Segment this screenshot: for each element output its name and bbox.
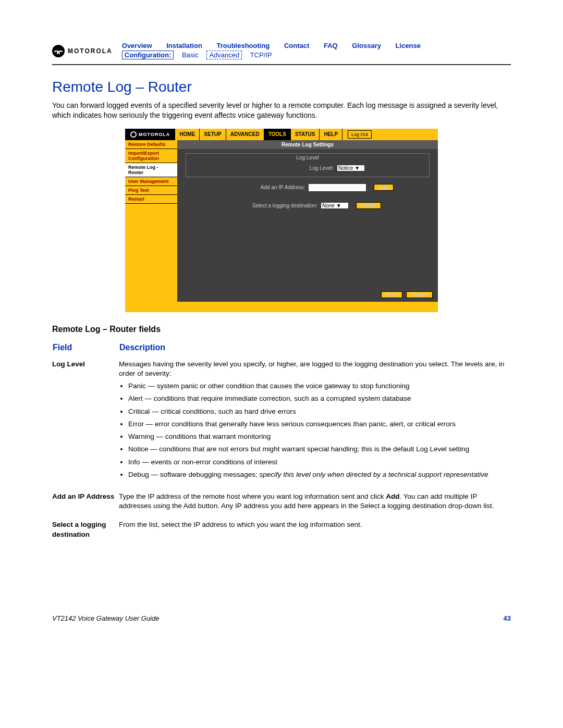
tab-advanced[interactable]: ADVANCED xyxy=(226,129,264,140)
footer-title: VT2142 Voice Gateway User Guide xyxy=(52,614,159,622)
list-item: Alert — conditions that require immediat… xyxy=(128,394,507,403)
divider xyxy=(52,64,511,65)
list-item: Notice — conditions that are not errors … xyxy=(128,445,507,454)
nav-troubleshooting[interactable]: Troubleshooting xyxy=(216,42,270,50)
top-nav: Overview Installation Troubleshooting Co… xyxy=(122,42,511,50)
intro-text: You can forward logged events of a speci… xyxy=(52,101,511,120)
col-desc: Description xyxy=(119,342,511,357)
list-item: Error — error conditions that generally … xyxy=(128,419,507,429)
ss-section-title: Remote Log Settings xyxy=(177,140,438,149)
dest-select[interactable]: None ▼ xyxy=(321,202,349,209)
tab-home[interactable]: HOME xyxy=(175,129,200,140)
logo: MOTOROLA xyxy=(52,45,113,57)
row-dest-label: Select a logging destination xyxy=(52,518,119,546)
subnav-tcpip[interactable]: TCP/IP xyxy=(250,51,272,59)
router-screenshot: MOTOROLA HOME SETUP ADVANCED TOOLS STATU… xyxy=(125,129,438,312)
row-addip-label: Add an IP Address xyxy=(52,490,119,518)
ss-brand: MOTOROLA xyxy=(125,129,175,140)
row-addip-desc: Type the IP address of the remote host w… xyxy=(119,490,511,518)
row-loglevel-label: Log Level xyxy=(52,357,119,490)
table-row: Add an IP Address Type the IP address of… xyxy=(52,490,511,518)
ip-input[interactable] xyxy=(308,183,366,192)
sidebar-item-remotelog[interactable]: Remote Log - Router xyxy=(125,163,177,177)
col-field: Field xyxy=(52,342,119,357)
list-item: Critical — critical conditions, such as … xyxy=(128,407,507,416)
add-button[interactable]: Add xyxy=(374,184,393,191)
subnav-basic[interactable]: Basic xyxy=(182,51,199,59)
sidebar-item-usermgmt[interactable]: User Management xyxy=(125,177,177,186)
list-item: Debug — software debugging messages; spe… xyxy=(128,470,507,479)
nav-faq[interactable]: FAQ xyxy=(324,42,338,50)
subnav-config[interactable]: Configuration: xyxy=(122,51,174,59)
row-loglevel-desc: Messages having the severity level you s… xyxy=(119,357,511,490)
logout-button[interactable]: Log Out xyxy=(348,130,372,139)
motorola-logo-icon xyxy=(130,131,137,138)
page-number: 43 xyxy=(504,614,511,622)
row-dest-desc: From the list, select the IP address to … xyxy=(119,518,511,546)
sidebar-item-importexport[interactable]: Import/Export Configuration xyxy=(125,149,177,163)
ss-brand-text: MOTOROLA xyxy=(139,132,170,137)
list-item: Panic — system panic or other condition … xyxy=(128,381,507,391)
nav-overview[interactable]: Overview xyxy=(122,42,152,50)
nav-contact[interactable]: Contact xyxy=(284,42,309,50)
sidebar-item-restart[interactable]: Restart xyxy=(125,195,177,204)
delete-button[interactable]: Delete xyxy=(356,202,381,209)
loglevel-panel-label: Log Level xyxy=(186,154,429,164)
fields-table: Field Description Log Level Messages hav… xyxy=(52,342,511,547)
subnav-advanced[interactable]: Advanced xyxy=(206,51,242,59)
tab-help[interactable]: HELP xyxy=(320,129,342,140)
tab-setup[interactable]: SETUP xyxy=(200,129,226,140)
page-title: Remote Log – Router xyxy=(52,79,511,95)
list-item: Warning — conditions that warrant monito… xyxy=(128,432,507,441)
sidebar-item-restore[interactable]: Restore Defaults xyxy=(125,140,177,149)
tab-status[interactable]: STATUS xyxy=(291,129,320,140)
cancel-button[interactable]: Cancel xyxy=(406,291,433,298)
tab-tools[interactable]: TOOLS xyxy=(264,129,291,140)
save-button[interactable]: Save xyxy=(381,291,402,298)
loglevel-panel: Log Level Log Level: Notice ▼ xyxy=(186,153,430,177)
ss-sidebar: Restore Defaults Import/Export Configura… xyxy=(125,140,177,302)
brand-text: MOTOROLA xyxy=(68,47,113,55)
ip-label: Add an IP Address: xyxy=(222,184,308,190)
motorola-logo-icon xyxy=(52,45,65,57)
table-row: Select a logging destination From the li… xyxy=(52,518,511,546)
sidebar-item-ping[interactable]: Ping Test xyxy=(125,186,177,195)
loglevel-select[interactable]: Notice ▼ xyxy=(337,165,365,171)
sub-nav: Configuration: Basic Advanced TCP/IP xyxy=(122,51,511,59)
table-row: Log Level Messages having the severity l… xyxy=(52,357,511,490)
nav-installation[interactable]: Installation xyxy=(166,42,202,50)
list-item: Info — events or non-error conditions of… xyxy=(128,458,507,467)
loglevel-label: Log Level: xyxy=(250,165,337,171)
dest-label: Select a logging destination: xyxy=(234,203,321,208)
fields-heading: Remote Log – Router fields xyxy=(52,325,511,334)
nav-license[interactable]: License xyxy=(396,42,421,50)
nav-glossary[interactable]: Glossary xyxy=(352,42,381,50)
